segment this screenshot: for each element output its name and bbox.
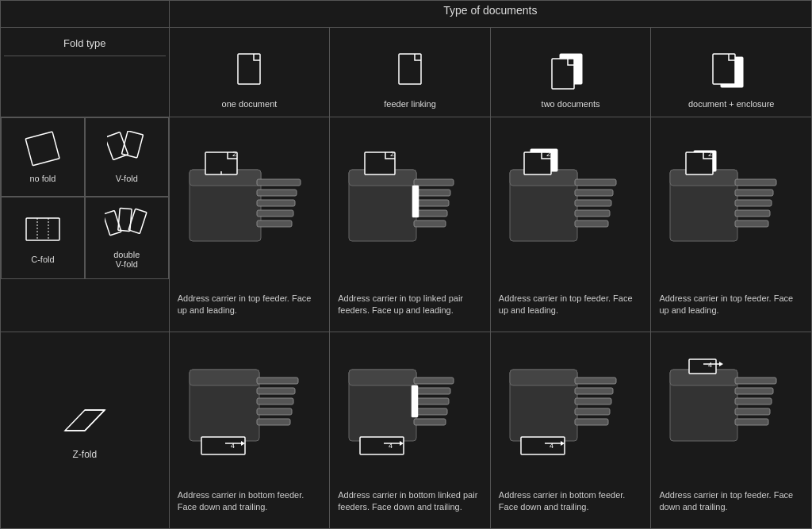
top-left-corner	[1, 1, 170, 28]
top-machine-two-docs-svg-container: 2	[499, 127, 643, 288]
svg-rect-71	[349, 370, 416, 385]
two-documents-label: two documents	[542, 99, 600, 109]
one-document-label: one document	[222, 99, 278, 109]
svg-rect-51	[735, 220, 768, 227]
svg-rect-20	[257, 210, 293, 217]
bottom-machine-one-doc: 4 Address carrier in bottom feeder. Face…	[169, 332, 330, 528]
svg-rect-29	[414, 200, 449, 206]
top-machine-two-docs-svg: 2	[504, 146, 638, 269]
bottom-desc-two-docs: Address carrier in bottom feeder. Face d…	[499, 485, 643, 520]
svg-rect-28	[414, 190, 450, 196]
svg-rect-9	[26, 218, 59, 240]
one-doc-icon-area: one document	[173, 42, 327, 113]
bottom-desc-feeder-linking: Address carrier in bottom linked pair fe…	[338, 485, 482, 520]
feeder-linking-icon-area: feeder linking	[333, 42, 487, 113]
bottom-desc-one-doc: Address carrier in bottom feeder. Face d…	[178, 485, 322, 520]
no-fold-label: no fold	[29, 174, 56, 183]
bottom-machine-feeder-linking-svg: 4	[343, 358, 477, 469]
top-machine-doc-enclosure-svg: 2	[664, 146, 799, 269]
two-documents-icon	[549, 52, 592, 96]
svg-rect-18	[257, 190, 297, 196]
svg-text:2: 2	[390, 150, 394, 158]
z-fold-icon-cell: Z-fold	[7, 339, 163, 522]
svg-marker-55	[65, 410, 105, 431]
c-fold-label: C-fold	[31, 255, 54, 264]
doc-type-feeder-linking: feeder linking	[330, 27, 491, 117]
svg-text:2: 2	[708, 150, 712, 158]
svg-rect-41	[575, 220, 608, 227]
svg-rect-5	[713, 54, 735, 84]
svg-rect-6	[26, 132, 60, 166]
svg-rect-47	[735, 179, 776, 186]
svg-rect-74	[414, 398, 449, 404]
fold-type-header-cell: Fold type	[1, 27, 170, 117]
doc-enclosure-label: document + enclosure	[688, 99, 775, 109]
v-fold-label: V-fold	[116, 174, 138, 183]
svg-rect-17	[257, 179, 301, 186]
v-fold-cell: V-fold	[85, 117, 169, 197]
c-fold-cell: C-fold	[1, 197, 85, 279]
top-desc-doc-enclosure: Address carrier in top feeder. Face up a…	[659, 288, 803, 324]
svg-rect-75	[414, 408, 447, 415]
svg-rect-32	[412, 186, 419, 217]
svg-rect-21	[257, 220, 292, 227]
top-machine-doc-enclosure: 2 Address carrier in top feeder. Face up…	[651, 117, 812, 332]
svg-rect-60	[190, 370, 259, 385]
feeder-linking-icon	[394, 52, 426, 96]
bottom-machine-two-docs: 4 Address carrier in bottom feeder. Face…	[490, 332, 651, 528]
z-fold-left-cell: Z-fold	[1, 332, 170, 528]
bottom-machine-two-docs-svg: 4	[504, 358, 638, 469]
bottom-machine-doc-enclosure: 4 Address carrier in top feeder. Face do…	[651, 332, 812, 528]
svg-rect-96	[735, 388, 773, 394]
svg-text:4: 4	[708, 361, 712, 369]
svg-rect-30	[414, 210, 447, 217]
two-docs-icon-area: two documents	[494, 42, 648, 113]
top-machine-doc-enclosure-svg-container: 2	[659, 127, 803, 288]
bottom-machine-one-doc-area: 4 Address carrier in bottom feeder. Face…	[174, 337, 325, 523]
svg-rect-95	[735, 378, 776, 384]
svg-rect-98	[735, 408, 770, 415]
svg-rect-65	[257, 419, 290, 425]
svg-rect-62	[257, 388, 295, 394]
top-machine-one-doc: 2 Address carrier in top feeder. Face up…	[169, 117, 330, 332]
bottom-machine-doc-enclosure-area: 4 Address carrier in top feeder. Face do…	[656, 337, 806, 523]
top-machine-one-doc-svg-container: 2	[178, 127, 322, 288]
top-machine-feeder-linking-svg-container: 2	[338, 127, 482, 288]
top-machine-two-docs: 2 Address carrier in top feeder. Face up…	[490, 117, 651, 332]
doc-enclosure-icon-area: document + enclosure	[654, 42, 808, 113]
svg-rect-38	[575, 190, 613, 196]
double-v-fold-cell: doubleV-fold	[85, 197, 169, 279]
top-machine-feeder-linking: 2 Address carrier in top linked pair fee…	[330, 117, 491, 332]
top-machine-feeder-linking-area: 2 Address carrier in top linked pair fee…	[335, 122, 485, 327]
top-machine-one-doc-area: 2 Address carrier in top feeder. Face up…	[174, 122, 325, 327]
fold-type-label: Fold type	[4, 31, 166, 56]
svg-rect-37	[575, 179, 616, 186]
svg-rect-83	[510, 370, 577, 385]
svg-rect-84	[575, 378, 616, 384]
z-fold-label: Z-fold	[73, 449, 98, 460]
svg-rect-63	[257, 398, 293, 404]
svg-rect-31	[414, 220, 446, 227]
top-machine-doc-enclosure-area: 2 Address carrier in top feeder. Face up…	[656, 122, 806, 327]
feeder-linking-label: feeder linking	[384, 99, 435, 109]
svg-rect-3	[552, 59, 574, 89]
svg-rect-49	[735, 200, 772, 206]
doc-type-doc-enclosure: document + enclosure	[651, 27, 812, 117]
svg-rect-40	[575, 210, 610, 217]
svg-rect-86	[575, 398, 611, 404]
doc-enclosure-icon	[710, 52, 753, 96]
svg-rect-66	[201, 437, 245, 454]
main-table: Type of documents Fold type one document	[0, 0, 812, 529]
svg-rect-1	[399, 54, 421, 84]
svg-rect-48	[735, 190, 773, 196]
svg-rect-7	[107, 132, 128, 159]
svg-rect-73	[414, 388, 450, 394]
no-fold-cell: no fold	[1, 117, 85, 197]
type-of-docs-header: Type of documents	[169, 1, 811, 28]
double-v-fold-icon	[105, 207, 148, 245]
bottom-machine-feeder-linking-svg-container: 4	[338, 342, 482, 485]
svg-rect-19	[257, 200, 295, 206]
bottom-machine-doc-enclosure-svg-container: 4	[659, 342, 803, 485]
doc-type-two-documents: two documents	[490, 27, 651, 117]
svg-rect-39	[575, 200, 611, 206]
